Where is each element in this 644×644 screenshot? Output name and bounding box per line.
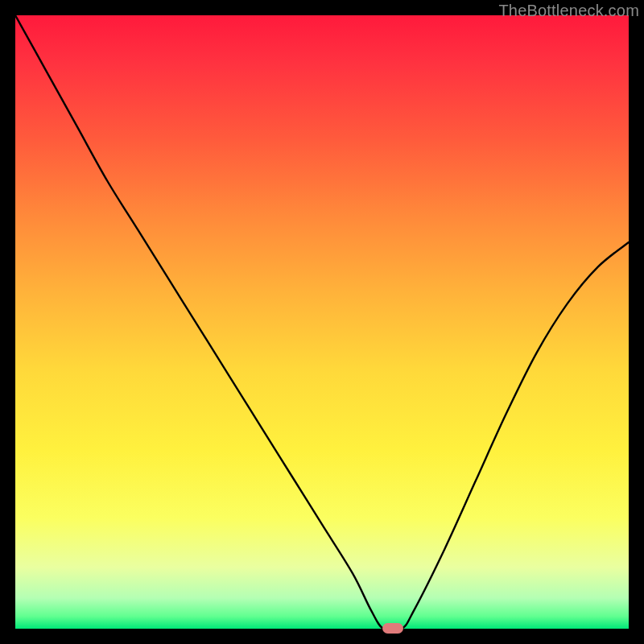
chart-frame: TheBottleneck.com	[0, 0, 644, 644]
optimal-marker	[382, 623, 403, 634]
bottleneck-curve	[15, 15, 629, 629]
watermark-text: TheBottleneck.com	[498, 2, 639, 20]
plot-area	[15, 15, 629, 629]
